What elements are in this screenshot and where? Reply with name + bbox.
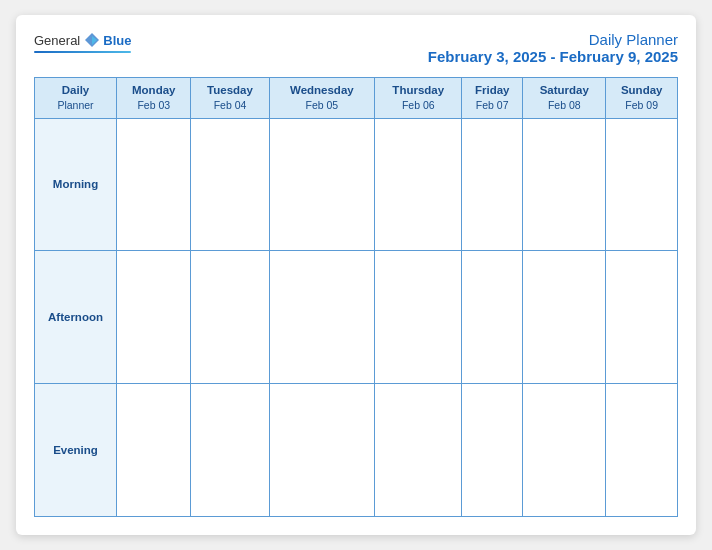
title-area: Daily Planner February 3, 2025 - Februar… <box>428 31 678 65</box>
logo-general: General <box>34 33 80 48</box>
saturday-date: Feb 08 <box>548 99 581 111</box>
header-thursday: Thursday Feb 06 <box>375 78 462 119</box>
thursday-date: Feb 06 <box>402 99 435 111</box>
afternoon-tuesday[interactable] <box>191 251 269 384</box>
morning-thursday[interactable] <box>375 118 462 251</box>
thursday-name: Thursday <box>392 84 444 96</box>
afternoon-friday[interactable] <box>462 251 523 384</box>
morning-tuesday[interactable] <box>191 118 269 251</box>
header-saturday: Saturday Feb 08 <box>523 78 606 119</box>
header: General Blue Daily Planner February 3, 2… <box>34 31 678 65</box>
col-label-line1: Daily <box>62 84 90 96</box>
morning-sunday[interactable] <box>606 118 678 251</box>
morning-monday[interactable] <box>117 118 191 251</box>
monday-name: Monday <box>132 84 175 96</box>
evening-label: Evening <box>35 384 117 517</box>
row-evening: Evening <box>35 384 678 517</box>
header-tuesday: Tuesday Feb 04 <box>191 78 269 119</box>
afternoon-monday[interactable] <box>117 251 191 384</box>
evening-monday[interactable] <box>117 384 191 517</box>
row-afternoon: Afternoon <box>35 251 678 384</box>
logo-area: General Blue <box>34 31 131 53</box>
afternoon-saturday[interactable] <box>523 251 606 384</box>
wednesday-date: Feb 05 <box>305 99 338 111</box>
title-date: February 3, 2025 - February 9, 2025 <box>428 48 678 65</box>
logo-text: General Blue <box>34 31 131 49</box>
evening-saturday[interactable] <box>523 384 606 517</box>
sunday-name: Sunday <box>621 84 663 96</box>
header-monday: Monday Feb 03 <box>117 78 191 119</box>
friday-date: Feb 07 <box>476 99 509 111</box>
col-label-line2: Planner <box>57 99 93 111</box>
afternoon-thursday[interactable] <box>375 251 462 384</box>
monday-date: Feb 03 <box>137 99 170 111</box>
calendar-table: Daily Planner Monday Feb 03 Tuesday Feb … <box>34 77 678 517</box>
logo-blue: Blue <box>103 33 131 48</box>
header-wednesday: Wednesday Feb 05 <box>269 78 375 119</box>
wednesday-name: Wednesday <box>290 84 354 96</box>
morning-saturday[interactable] <box>523 118 606 251</box>
logo-underline <box>34 51 131 53</box>
header-row: Daily Planner Monday Feb 03 Tuesday Feb … <box>35 78 678 119</box>
afternoon-wednesday[interactable] <box>269 251 375 384</box>
morning-friday[interactable] <box>462 118 523 251</box>
title-main: Daily Planner <box>428 31 678 48</box>
morning-label: Morning <box>35 118 117 251</box>
header-friday: Friday Feb 07 <box>462 78 523 119</box>
header-sunday: Sunday Feb 09 <box>606 78 678 119</box>
sunday-date: Feb 09 <box>625 99 658 111</box>
friday-name: Friday <box>475 84 510 96</box>
row-morning: Morning <box>35 118 678 251</box>
page: General Blue Daily Planner February 3, 2… <box>16 15 696 535</box>
evening-thursday[interactable] <box>375 384 462 517</box>
evening-wednesday[interactable] <box>269 384 375 517</box>
evening-tuesday[interactable] <box>191 384 269 517</box>
tuesday-date: Feb 04 <box>214 99 247 111</box>
afternoon-sunday[interactable] <box>606 251 678 384</box>
afternoon-label: Afternoon <box>35 251 117 384</box>
tuesday-name: Tuesday <box>207 84 253 96</box>
evening-friday[interactable] <box>462 384 523 517</box>
saturday-name: Saturday <box>540 84 589 96</box>
evening-sunday[interactable] <box>606 384 678 517</box>
morning-wednesday[interactable] <box>269 118 375 251</box>
general-blue-icon <box>83 31 101 49</box>
header-col-label: Daily Planner <box>35 78 117 119</box>
